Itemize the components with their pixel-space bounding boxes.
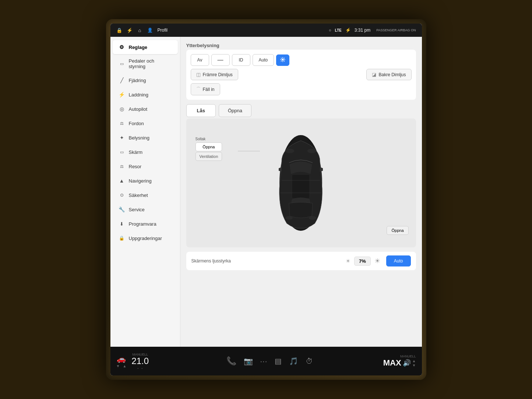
skarm-icon: ▭ xyxy=(119,149,125,155)
autopilot-icon: ◎ xyxy=(119,106,125,112)
sidebar-label-sakerhet: Säkerhet xyxy=(129,193,148,198)
profile-label: Profil xyxy=(158,28,168,33)
light-dash-button[interactable]: — xyxy=(211,54,230,66)
brightness-value-display: 7% xyxy=(354,257,371,266)
temperature-display: 21.0 xyxy=(131,356,149,366)
home-icon: ⌂ xyxy=(137,27,143,33)
person-icon: 👤 xyxy=(147,27,153,33)
spotify-icon[interactable]: 🎵 xyxy=(289,357,298,366)
light-controls: Av — ID Auto xyxy=(186,50,416,100)
svg-rect-2 xyxy=(292,174,310,198)
uppgraderingar-icon: 🔒 xyxy=(119,235,125,241)
sidebar-item-skarm[interactable]: ▭ Skärm xyxy=(113,145,178,159)
sidebar-label-navigering: Navigering xyxy=(129,178,152,184)
dots-icon[interactable]: ··· xyxy=(260,357,268,366)
camera-icon[interactable]: 📷 xyxy=(244,357,253,366)
sunroof-open-button[interactable]: Öppna xyxy=(195,142,222,151)
fjadring-icon: ╱ xyxy=(119,77,125,84)
passenger-airbag-status: PASSENGER AIRBAG ON xyxy=(376,28,416,32)
brightness-bright-icon: ☀ xyxy=(374,257,380,265)
sidebar-item-reglage[interactable]: ⚙ Reglage xyxy=(113,40,178,54)
sunroof-label: Soltak xyxy=(195,137,222,141)
sidebar-label-pedaler: Pedaler och styrning xyxy=(129,58,172,69)
sidebar-label-skarm: Skärm xyxy=(129,149,143,155)
sidebar-item-belysning[interactable]: ✦ Belysning xyxy=(113,131,178,145)
fordon-icon: ⚖ xyxy=(119,120,125,127)
programvara-icon: ⬇ xyxy=(119,220,125,227)
sidebar-item-pedaler[interactable]: ▭ Pedaler och styrning xyxy=(113,54,178,73)
taskbar-temperature: Manuell 21.0 ⌄ ⌄ xyxy=(131,353,149,370)
taskbar-app-icons: 📞 📷 ··· ▤ 🎵 ⏱ xyxy=(226,356,313,366)
phone-icon[interactable]: 📞 xyxy=(226,356,236,366)
brightness-section: Skärmens ljusstyrka ☀ 7% ☀ Auto xyxy=(186,252,416,270)
open-all-button[interactable]: Öppna xyxy=(219,104,251,117)
ytterbelysning-section: Ytterbelysning Av — ID Auto xyxy=(186,43,416,100)
content-panel: Ytterbelysning Av — ID Auto xyxy=(180,37,422,347)
status-icons-left: 🔒 ⚡ ⌂ 👤 Profil xyxy=(116,27,168,33)
svg-point-7 xyxy=(285,216,293,220)
sidebar-label-resor: Resor xyxy=(129,164,142,169)
temp-chevron-icon: ⌄ xyxy=(141,366,144,370)
sidebar-label-fjadring: Fjädring xyxy=(129,78,146,83)
sidebar-label-uppgraderingar: Uppgraderingar xyxy=(129,236,162,241)
sidebar-item-service[interactable]: 🔧 Service xyxy=(113,202,178,216)
sidebar-label-autopilot: Autopilot xyxy=(129,106,148,112)
sidebar-item-fordon[interactable]: ⚖ Fordon xyxy=(113,116,178,130)
sidebar-item-resor[interactable]: ⚖ Resor xyxy=(113,159,178,173)
arrow-up-icon: ▲ xyxy=(123,364,126,368)
sidebar-label-fordon: Fordon xyxy=(129,121,144,126)
menu-icon[interactable]: ▤ xyxy=(275,357,282,366)
taskbar-volume-section: Manuell MAX 🔊 ▲ ▼ xyxy=(383,354,416,368)
laddning-icon: ⚡ xyxy=(119,91,125,98)
pedaler-icon: ▭ xyxy=(119,60,125,67)
light-active-blue-button[interactable] xyxy=(276,54,289,66)
fold-mirror-button[interactable]: ⌒ Fäll in xyxy=(191,83,220,95)
light-av-button[interactable]: Av xyxy=(191,54,209,66)
fog-back-button[interactable]: ◪ Bakre Dimljus xyxy=(366,69,411,80)
sidebar-label-programvara: Programvara xyxy=(129,221,156,227)
lock-icon: 🔒 xyxy=(116,27,122,33)
vol-arrow-up[interactable]: ▲ xyxy=(412,359,416,363)
light-auto-button[interactable]: Auto xyxy=(253,54,274,66)
vol-arrow-down[interactable]: ▼ xyxy=(412,363,416,367)
fold-label: Fäll in xyxy=(203,87,215,92)
device-bezel: 🔒 ⚡ ⌂ 👤 Profil ○ LTE ⚡ 3:31 pm PASSENGER… xyxy=(106,19,426,380)
sidebar-label-service: Service xyxy=(129,207,145,212)
ventilation-button[interactable]: Ventilation xyxy=(195,152,222,161)
brightness-dim-icon: ☀ xyxy=(346,258,350,264)
taskbar-car-icon: 🚗 xyxy=(117,354,126,363)
sidebar-label-belysning: Belysning xyxy=(129,135,149,141)
timer-icon[interactable]: ⏱ xyxy=(306,357,313,366)
sidebar-item-programvara[interactable]: ⬇ Programvara xyxy=(113,217,178,231)
status-bar: 🔒 ⚡ ⌂ 👤 Profil ○ LTE ⚡ 3:31 pm PASSENGER… xyxy=(110,24,422,37)
main-light-row: Av — ID Auto xyxy=(191,54,412,66)
temp-arrow-icon: ⌄ xyxy=(137,366,140,370)
sidebar-item-autopilot[interactable]: ◎ Autopilot xyxy=(113,102,178,116)
lightning-status-icon: ⚡ xyxy=(127,27,133,33)
sidebar-item-fjadring[interactable]: ╱ Fjädring xyxy=(113,73,178,87)
ytterbelysning-title: Ytterbelysning xyxy=(186,43,416,48)
fold-icon: ⌒ xyxy=(196,86,201,92)
sidebar-item-uppgraderingar[interactable]: 🔒 Uppgraderingar xyxy=(113,231,178,245)
sidebar-item-laddning[interactable]: ⚡ Laddning xyxy=(113,88,178,102)
arrow-down-icon: ▼ xyxy=(116,364,120,368)
sidebar-item-navigering[interactable]: ▲ Navigering xyxy=(113,174,178,188)
sidebar-item-sakerhet[interactable]: ⊙ Säkerhet xyxy=(113,188,178,202)
settings-icon: ⚙ xyxy=(119,44,125,50)
bluetooth-icon: ⚡ xyxy=(345,28,351,33)
lock-button[interactable]: Lås xyxy=(186,104,216,117)
fold-mirror-row: ⌒ Fäll in xyxy=(191,83,412,95)
open-trunk-button[interactable]: Öppna xyxy=(387,226,408,235)
volume-icon: 🔊 xyxy=(403,359,411,367)
brightness-auto-button[interactable]: Auto xyxy=(386,255,411,266)
resor-icon: ⚖ xyxy=(119,163,125,170)
fog-back-icon: ◪ xyxy=(372,72,376,77)
svg-point-8 xyxy=(309,216,316,220)
status-icons-right: ○ LTE ⚡ 3:31 pm PASSENGER AIRBAG ON xyxy=(329,28,416,33)
taskbar-car-section: 🚗 ▼ ▲ xyxy=(116,354,127,368)
fog-front-icon: ◫ xyxy=(196,72,201,77)
sidebar: ⚙ Reglage ▭ Pedaler och styrning ╱ Fjädr… xyxy=(110,37,180,347)
light-id-button[interactable]: ID xyxy=(232,54,250,66)
fog-front-button[interactable]: ◫ Främre Dimljus xyxy=(191,69,238,80)
sakerhet-icon: ⊙ xyxy=(119,192,125,198)
